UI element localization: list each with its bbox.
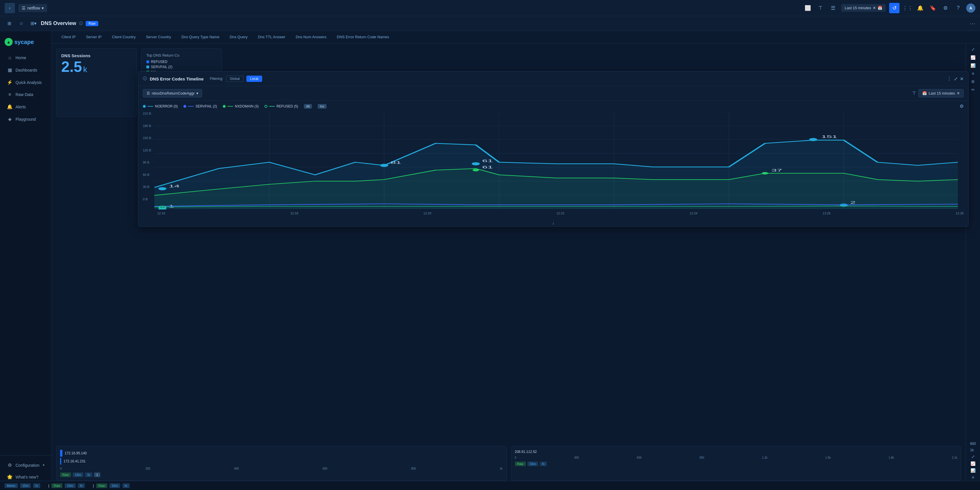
tab-dns-query-type[interactable]: Dns Query Type Name [176, 32, 224, 42]
query-dropdown-icon: ▾ [196, 91, 198, 95]
ip-bar-2 [60, 458, 61, 465]
bell-icon[interactable]: 🔔 [916, 3, 925, 13]
tab-dns-ttl[interactable]: Dns TTL Answer [253, 32, 290, 42]
chart-settings-icon[interactable]: ⚙ [959, 103, 964, 109]
status-fx3-badge[interactable]: fx [123, 484, 130, 488]
time-range-selector[interactable]: Last 15 minutes ✕ 📅 [841, 4, 886, 12]
tab-client-country[interactable]: Client Country [107, 32, 141, 42]
legend-inv-button[interactable]: Inv [318, 104, 326, 109]
right-panel-chart-line-icon[interactable]: 📈 [970, 55, 975, 60]
x-label-1228: 12:28 [956, 212, 964, 215]
status-metric-badge[interactable]: Metric [5, 484, 18, 488]
star-button[interactable]: ☆ [17, 19, 26, 28]
sidebar-item-dashboards[interactable]: ▦ Dashboards [2, 64, 49, 76]
more-menu-button[interactable]: ⋯ [970, 20, 975, 27]
legend-nxdomain[interactable]: NXDOMAIN (3) [223, 104, 259, 108]
info-icon[interactable]: ⓘ [79, 21, 83, 26]
right-badge-fx[interactable]: fx [540, 461, 547, 466]
right-panel-list-icon[interactable]: ≡ [970, 475, 976, 480]
sidebar-item-alerts[interactable]: 🔔 Alerts [2, 101, 49, 112]
svg-point-24 [472, 162, 480, 165]
chart-legend: NOERROR (0) SERVFAIL (2) NXDOMAIN (3) RE… [138, 100, 968, 112]
status-fx2-badge[interactable]: fx [78, 484, 85, 488]
tab-server-ip[interactable]: Server IP [81, 32, 107, 42]
right-panel-edit-icon[interactable]: ✏ [971, 88, 975, 92]
legend-all-button[interactable]: All [304, 104, 312, 109]
right-badge-15m[interactable]: 15m [528, 461, 538, 466]
tab-dns-error-return[interactable]: DNS Error Return Code Names [332, 32, 395, 42]
status-15m2-badge[interactable]: 15m [65, 484, 75, 488]
playground-icon: ◈ [7, 116, 13, 122]
sidebar-item-quick-analysis[interactable]: ⚡ Quick Analysis [2, 77, 49, 88]
status-15m-badge[interactable]: 15m [20, 484, 31, 488]
right-panel-settings2-icon[interactable]: ⚙ [971, 79, 975, 84]
source-toggle-icon[interactable]: ☰ [829, 3, 838, 13]
query-pill[interactable]: ☰ nboxDnsReturnCodeAggr ▾ [143, 89, 202, 97]
status-raw3-badge[interactable]: Raw [96, 484, 107, 488]
svg-text:151: 151 [821, 135, 837, 138]
sidebar-label-whats-new: What's new? [16, 475, 38, 479]
status-raw2-badge[interactable]: Raw [51, 484, 62, 488]
cursor-indicator: ↓ [138, 220, 968, 226]
sidebar-item-configuration[interactable]: ⚙ Configuration ▾ [2, 460, 49, 471]
sidebar-item-raw-data[interactable]: ≡ Raw Data [2, 89, 49, 100]
overlay-header: ⓘ DNS Error Codes Timeline Filtering: Gl… [138, 72, 968, 86]
y-label-60: 60 B [143, 173, 151, 177]
dashboard-icon[interactable]: ⬜ [803, 3, 812, 13]
overlay-more-button[interactable]: ⋮ [947, 76, 951, 82]
legend-refused[interactable]: REFUSED (5) [264, 104, 298, 108]
svg-point-26 [809, 138, 817, 141]
status-15m3-badge[interactable]: 15m [110, 484, 120, 488]
avatar[interactable]: A [966, 3, 975, 13]
local-filter-button[interactable]: Local [247, 76, 262, 82]
right-panel-expand-icon[interactable]: ⤢ [971, 47, 975, 52]
calendar-icon[interactable]: 📅 [878, 6, 882, 10]
time-range-pill[interactable]: 📅 Last 15 minutes ✕ [918, 89, 964, 97]
sidebar-label-config: Configuration [16, 463, 40, 468]
grid-view-button[interactable]: ⊞ [5, 19, 14, 28]
sidebar-item-playground[interactable]: ◈ Playground [2, 113, 49, 125]
gear-icon[interactable]: ⚙ [941, 3, 950, 13]
global-filter-button[interactable]: Global [226, 76, 243, 82]
left-badge-1[interactable]: 1 [94, 473, 100, 477]
status-fx-badge[interactable]: fx [33, 484, 40, 488]
time-selector-close-icon[interactable]: ✕ [957, 91, 960, 95]
close-icon[interactable]: ✕ [873, 6, 876, 10]
right-card-x-axis: 0 300 600 900 1.2k 1.5k 1.8k 2.1k [515, 456, 958, 459]
right-panel-expand2-icon[interactable]: ⤢ [970, 454, 976, 459]
x-label-1226: 12:26 [823, 212, 831, 215]
overlay-expand-button[interactable]: ⤢ [954, 76, 958, 82]
legend-servfail[interactable]: SERVFAIL (2) [183, 104, 217, 108]
source-selector[interactable]: ☰ netflow ▾ [18, 4, 47, 12]
filter-icon[interactable]: ⊤ [816, 3, 825, 13]
right-panel-bar-chart-icon[interactable]: 📊 [970, 63, 975, 68]
tab-server-country[interactable]: Server Country [141, 32, 176, 42]
sidebar-item-home[interactable]: ⌂ Home [2, 52, 49, 63]
right-panel-bar2-icon[interactable]: 📊 [970, 468, 976, 473]
apps-icon[interactable]: ⋮⋮ [903, 3, 912, 13]
raw-badge[interactable]: Raw [86, 21, 98, 26]
back-button[interactable]: ‹ [5, 3, 15, 13]
left-badge-raw[interactable]: Raw [60, 473, 71, 477]
left-badge-15m[interactable]: 15m [73, 473, 83, 477]
svg-text:61: 61 [482, 165, 493, 169]
tab-dns-num-answers[interactable]: Dns Num Answers [291, 32, 332, 42]
subbar-right: ⋯ [970, 20, 975, 27]
query-filter-icon[interactable]: ⊤ [912, 91, 916, 96]
right-badge-raw[interactable]: Raw [515, 461, 526, 466]
help-icon[interactable]: ? [953, 3, 963, 13]
tab-client-ip[interactable]: Client IP [56, 32, 81, 42]
right-panel-chart2-icon[interactable]: 📈 [970, 461, 976, 466]
left-badge-fx[interactable]: fx [85, 473, 92, 477]
right-panel-table-icon[interactable]: ≡ [972, 71, 974, 76]
chevron-down-icon: ▾ [42, 6, 44, 10]
svg-point-33 [762, 172, 768, 175]
tab-dns-query[interactable]: Dns Query [224, 32, 253, 42]
layout-button[interactable]: ⊞▾ [29, 19, 38, 28]
filtering-label: Filtering: [210, 77, 223, 81]
bookmark-icon[interactable]: 🔖 [928, 3, 937, 13]
refresh-button[interactable]: ↺ [889, 3, 899, 13]
legend-noerror[interactable]: NOERROR (0) [143, 104, 178, 108]
x-label-1218: 12:18 [290, 212, 298, 215]
overlay-close-button[interactable]: ✕ [960, 76, 964, 82]
